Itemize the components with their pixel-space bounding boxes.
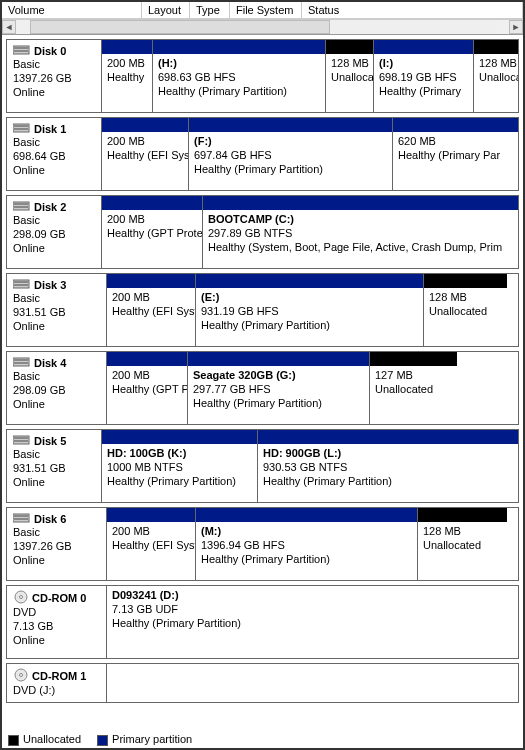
disk-type: Basic xyxy=(13,58,95,72)
disk-status: Online xyxy=(13,476,95,490)
partition[interactable]: 128 MBUnalloca xyxy=(325,40,373,112)
partition-detail: 200 MB xyxy=(107,57,147,71)
partition[interactable]: 200 MBHealthy (GPT Protectiv xyxy=(102,196,202,268)
disk-row[interactable]: Disk 1Basic698.64 GBOnline200 MBHealthy … xyxy=(6,117,519,191)
disk-type: DVD (J:) xyxy=(13,684,100,698)
partition-stripe xyxy=(203,196,518,210)
partition[interactable]: 128 MBUnallocated xyxy=(423,274,507,346)
disk-list: Disk 0Basic1397.26 GBOnline200 MBHealthy… xyxy=(2,35,523,723)
disk-row[interactable]: Disk 0Basic1397.26 GBOnline200 MBHealthy… xyxy=(6,39,519,113)
partition-stripe xyxy=(188,352,369,366)
disk-status: Online xyxy=(13,554,100,568)
partition-detail: 128 MB xyxy=(429,291,502,305)
partition-detail: Healthy (Primary Partition) xyxy=(193,397,364,411)
col-type[interactable]: Type xyxy=(190,2,230,18)
partition-stripe xyxy=(102,118,188,132)
partition-body: 200 MBHealthy (EFI Syste xyxy=(107,288,195,346)
partition[interactable]: (F:)697.84 GB HFSHealthy (Primary Partit… xyxy=(188,118,392,190)
svg-rect-14 xyxy=(14,362,28,364)
disk-info: Disk 6Basic1397.26 GBOnline xyxy=(7,508,107,580)
partition-stripe xyxy=(102,196,202,210)
partition[interactable]: 127 MBUnallocated xyxy=(369,352,457,424)
disk-size: 298.09 GB xyxy=(13,228,95,242)
svg-rect-10 xyxy=(14,281,28,283)
disk-row[interactable]: Disk 2Basic298.09 GBOnline200 MBHealthy … xyxy=(6,195,519,269)
scroll-right-button[interactable]: ► xyxy=(509,20,523,34)
partition[interactable]: 620 MBHealthy (Primary Par xyxy=(392,118,518,190)
partition-body: 128 MBUnallocated xyxy=(418,522,507,580)
disk-size: 1397.26 GB xyxy=(13,72,95,86)
partition-body: 200 MBHealthy (EFI Syster xyxy=(107,522,195,580)
partition-body: 200 MBHealthy (EFI Syst xyxy=(102,132,188,190)
partition-detail: Healthy (EFI Syst xyxy=(107,149,183,163)
partition-body: 200 MBHealthy xyxy=(102,54,152,112)
partition[interactable]: (I:)698.19 GB HFSHealthy (Primary xyxy=(373,40,473,112)
partition-stripe xyxy=(418,508,507,522)
legend: Unallocated Primary partition xyxy=(8,733,192,746)
partition-stripe xyxy=(393,118,518,132)
partition-label: (F:) xyxy=(194,135,387,149)
partition-area: 200 MBHealthy(H:)698.63 GB HFSHealthy (P… xyxy=(102,40,518,112)
partition[interactable]: D093241 (D:)7.13 GB UDFHealthy (Primary … xyxy=(107,586,359,658)
disk-row[interactable]: Disk 3Basic931.51 GBOnline200 MBHealthy … xyxy=(6,273,519,347)
disk-info: CD-ROM 1DVD (J:) xyxy=(7,664,107,702)
partition-detail: Unalloca xyxy=(479,71,513,85)
disk-name: Disk 1 xyxy=(34,123,66,135)
disk-row[interactable]: Disk 5Basic931.51 GBOnlineHD: 100GB (K:)… xyxy=(6,429,519,503)
partition-area: 200 MBHealthy (EFI Syste(E:)931.19 GB HF… xyxy=(107,274,518,346)
col-layout[interactable]: Layout xyxy=(142,2,190,18)
hard-disk-icon xyxy=(13,122,31,136)
disk-name: Disk 0 xyxy=(34,45,66,57)
partition-detail: 620 MB xyxy=(398,135,513,149)
partition-body: 128 MBUnalloca xyxy=(326,54,373,112)
scroll-thumb[interactable] xyxy=(30,20,330,34)
horizontal-scrollbar[interactable]: ◄ ► xyxy=(2,19,523,35)
partition[interactable]: 200 MBHealthy (EFI Syster xyxy=(107,508,195,580)
partition[interactable]: (E:)931.19 GB HFSHealthy (Primary Partit… xyxy=(195,274,423,346)
partition-body: 128 MBUnalloca xyxy=(474,54,518,112)
partition[interactable]: 128 MBUnallocated xyxy=(417,508,507,580)
partition[interactable]: 200 MBHealthy (GPT Pro xyxy=(107,352,187,424)
disk-status: Online xyxy=(13,398,100,412)
disk-row[interactable]: CD-ROM 1DVD (J:) xyxy=(6,663,519,703)
partition-stripe xyxy=(374,40,473,54)
col-filesystem[interactable]: File System xyxy=(230,2,302,18)
svg-rect-16 xyxy=(14,437,28,439)
partition-label: D093241 (D:) xyxy=(112,589,354,603)
disk-size: 1397.26 GB xyxy=(13,540,100,554)
disk-info: CD-ROM 0DVD7.13 GBOnline xyxy=(7,586,107,658)
disk-status: Online xyxy=(13,86,95,100)
partition-detail: 297.89 GB NTFS xyxy=(208,227,513,241)
svg-rect-11 xyxy=(14,284,28,286)
partition[interactable]: 200 MBHealthy xyxy=(102,40,152,112)
partition[interactable]: BOOTCAMP (C:)297.89 GB NTFSHealthy (Syst… xyxy=(202,196,518,268)
col-status[interactable]: Status xyxy=(302,2,523,18)
partition-area xyxy=(107,664,518,702)
disk-size: 931.51 GB xyxy=(13,306,100,320)
disk-type: Basic xyxy=(13,370,100,384)
partition[interactable]: 200 MBHealthy (EFI Syste xyxy=(107,274,195,346)
disk-status: Online xyxy=(13,634,100,648)
scroll-track[interactable] xyxy=(30,20,495,34)
partition[interactable]: (M:)1396.94 GB HFSHealthy (Primary Parti… xyxy=(195,508,417,580)
partition-detail: 200 MB xyxy=(107,213,197,227)
partition[interactable]: HD: 100GB (K:)1000 MB NTFSHealthy (Prima… xyxy=(102,430,257,502)
partition-detail: Healthy (GPT Protectiv xyxy=(107,227,197,241)
partition-label: BOOTCAMP (C:) xyxy=(208,213,513,227)
disk-row[interactable]: CD-ROM 0DVD7.13 GBOnlineD093241 (D:)7.13… xyxy=(6,585,519,659)
disk-type: Basic xyxy=(13,214,95,228)
partition-label: (H:) xyxy=(158,57,320,71)
partition[interactable]: Seagate 320GB (G:)297.77 GB HFSHealthy (… xyxy=(187,352,369,424)
col-volume[interactable]: Volume xyxy=(2,2,142,18)
disk-name: CD-ROM 0 xyxy=(32,592,86,604)
disk-row[interactable]: Disk 6Basic1397.26 GBOnline200 MBHealthy… xyxy=(6,507,519,581)
partition[interactable]: 200 MBHealthy (EFI Syst xyxy=(102,118,188,190)
partition[interactable]: 128 MBUnalloca xyxy=(473,40,518,112)
partition-body: 620 MBHealthy (Primary Par xyxy=(393,132,518,190)
scroll-left-button[interactable]: ◄ xyxy=(2,20,16,34)
disk-name: CD-ROM 1 xyxy=(32,670,86,682)
partition[interactable]: (H:)698.63 GB HFSHealthy (Primary Partit… xyxy=(152,40,325,112)
partition-detail: 1396.94 GB HFS xyxy=(201,539,412,553)
disk-row[interactable]: Disk 4Basic298.09 GBOnline200 MBHealthy … xyxy=(6,351,519,425)
partition[interactable]: HD: 900GB (L:)930.53 GB NTFSHealthy (Pri… xyxy=(257,430,518,502)
